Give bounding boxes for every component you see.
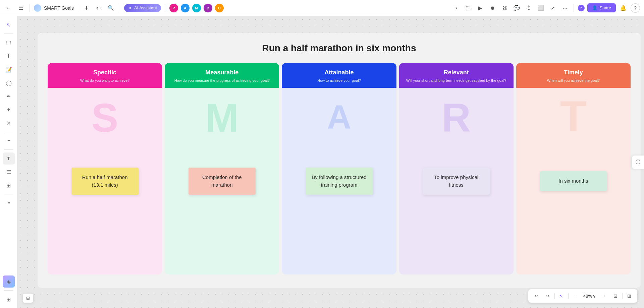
ai-assistant-button[interactable]: ✦ AI Assistant	[124, 4, 161, 12]
collab-avatar-3[interactable]: M	[192, 4, 201, 12]
divider-5	[574, 4, 574, 12]
bottom-left-button[interactable]: ⊞	[23, 294, 33, 303]
sticky-note-relevant[interactable]: To improve physical fitness	[423, 168, 490, 195]
sticky-note-specific[interactable]: Run a half marathon (13.1 miles)	[71, 168, 139, 195]
share-button[interactable]: 👤 Share	[587, 3, 616, 12]
share-icon: 👤	[592, 5, 597, 10]
app-logo	[34, 4, 41, 12]
column-relevant: Relevant Will your short and long-term n…	[399, 63, 514, 274]
board-title: Run a half marathon in six months	[48, 43, 631, 54]
tag-button[interactable]: 🏷	[94, 3, 104, 13]
export-button[interactable]: ⬜	[536, 3, 545, 13]
sidebar-icon-text[interactable]: T	[3, 50, 15, 62]
divider-2	[78, 4, 78, 12]
toolbar-left: ← ☰ SMART Goals ⬇ 🏷 🔍 ✦ AI Assistant P A…	[4, 3, 449, 13]
bg-letter-measurable: M	[205, 95, 239, 141]
more-button[interactable]: ⋯	[560, 3, 570, 13]
board-container: Run a half marathon in six months Specif…	[38, 33, 641, 288]
pointer-button[interactable]: ↖	[557, 291, 566, 301]
column-header-timely: Timely When will you achieve the goal?	[516, 63, 631, 88]
main-layout: ↖ ⬚ T 📝 ◯ ✒ ✦ ✕ ••• T ☰ ⊞ ••• ◈ ⊞ Run a …	[0, 16, 644, 308]
bottom-divider3	[622, 293, 623, 299]
divider-1	[30, 4, 30, 12]
download-button[interactable]: ⬇	[82, 3, 92, 13]
columns-container: Specific What do you want to achieve? S …	[48, 63, 631, 274]
column-title-relevant: Relevant	[405, 69, 508, 76]
user-badge[interactable]: b	[578, 5, 585, 11]
column-header-specific: Specific What do you want to achieve?	[48, 63, 162, 88]
column-subtitle-specific: What do you want to achieve?	[53, 78, 157, 83]
grid-icon: ⊞	[26, 296, 30, 301]
sidebar-icon-brush[interactable]: ✦	[3, 104, 15, 116]
bg-letter-relevant: R	[442, 95, 471, 141]
layout-button[interactable]: ⊞	[625, 291, 634, 301]
column-body-attainable: A By following a structured training pro…	[282, 88, 396, 274]
sidebar-icon-cursor[interactable]: ↖	[3, 19, 15, 31]
bg-letter-specific: S	[92, 95, 118, 141]
zoom-out-button[interactable]: −	[571, 291, 580, 301]
top-toolbar: ← ☰ SMART Goals ⬇ 🏷 🔍 ✦ AI Assistant P A…	[0, 0, 644, 16]
sidebar-icon-pen[interactable]: ✒	[3, 90, 15, 102]
column-title-attainable: Attainable	[287, 69, 391, 76]
sidebar-icon-more2[interactable]: •••	[3, 197, 15, 209]
record-button[interactable]: ⏺	[488, 3, 497, 13]
column-body-specific: S Run a half marathon (13.1 miles)	[48, 88, 162, 274]
column-header-attainable: Attainable How to achieve your goal?	[282, 63, 396, 88]
back-button[interactable]: ←	[4, 3, 13, 13]
sidebar-icon-shapes[interactable]: ◯	[3, 77, 15, 89]
sidebar-divider-1	[4, 34, 13, 34]
undo-button[interactable]: ↩	[532, 291, 541, 301]
help-button[interactable]: ?	[631, 3, 640, 13]
column-header-measurable: Measurable How do you measure the progre…	[165, 63, 279, 88]
sidebar-icon-template[interactable]: ◈	[3, 275, 15, 288]
column-title-measurable: Measurable	[170, 69, 274, 76]
search-button[interactable]: 🔍	[106, 3, 116, 13]
canvas-area[interactable]: Run a half marathon in six months Specif…	[17, 16, 644, 308]
bottom-divider	[554, 293, 555, 299]
sidebar-icon-list[interactable]: ☰	[3, 166, 15, 178]
sticky-note-attainable[interactable]: By following a structured training progr…	[306, 168, 373, 195]
menu-button[interactable]: ☰	[16, 3, 25, 13]
fit-button[interactable]: ⊡	[611, 291, 620, 301]
column-title-specific: Specific	[53, 69, 157, 76]
bg-letter-timely: T	[560, 91, 587, 141]
bg-letter-attainable: A	[327, 98, 351, 136]
info-icon[interactable]: ⓘ	[634, 158, 642, 166]
sidebar-icon-sticky[interactable]: 📝	[3, 63, 15, 75]
comment-button[interactable]: 💬	[512, 3, 521, 13]
collab-avatar-1[interactable]: P	[169, 4, 178, 12]
sidebar-icon-connector[interactable]: ✕	[3, 117, 15, 129]
sidebar-icon-bottom[interactable]: ⊞	[3, 293, 15, 305]
frame-button[interactable]: ⬚	[464, 3, 473, 13]
sidebar-icon-table[interactable]: ⊞	[3, 179, 15, 191]
column-subtitle-attainable: How to achieve your goal?	[287, 78, 391, 83]
bottom-toolbar: ↩ ↪ ↖ − 48% ∨ + ⊡ ⊞	[528, 289, 637, 303]
zoom-display[interactable]: 48% ∨	[582, 294, 597, 299]
sidebar-divider-5	[4, 290, 13, 291]
sticky-note-measurable[interactable]: Completion of the marathon	[189, 168, 256, 195]
sidebar-icon-more1[interactable]: •••	[3, 135, 15, 147]
sidebar-icon-text2[interactable]: T	[3, 152, 15, 165]
divider-3	[120, 4, 120, 12]
sticky-note-timely[interactable]: In six months	[540, 171, 607, 191]
redo-button[interactable]: ↪	[543, 291, 552, 301]
expand-button[interactable]: ›	[451, 3, 461, 13]
arrow-button[interactable]: ↗	[548, 3, 557, 13]
sidebar-icon-frame[interactable]: ⬚	[3, 37, 15, 49]
share-label: Share	[599, 5, 611, 10]
play-button[interactable]: ▶	[476, 3, 485, 13]
collab-avatar-4[interactable]: B	[204, 4, 212, 12]
bottom-divider2	[568, 293, 569, 299]
left-sidebar: ↖ ⬚ T 📝 ◯ ✒ ✦ ✕ ••• T ☰ ⊞ ••• ◈ ⊞	[0, 16, 17, 308]
column-specific: Specific What do you want to achieve? S …	[48, 63, 162, 274]
collab-avatar-5[interactable]: C	[215, 4, 224, 12]
column-timely: Timely When will you achieve the goal? T…	[516, 63, 631, 274]
divider-4	[165, 4, 165, 12]
bell-button[interactable]: 🔔	[619, 3, 628, 13]
share-network-button[interactable]: ⛓	[500, 3, 509, 13]
collab-avatar-2[interactable]: A	[181, 4, 190, 12]
zoom-in-button[interactable]: +	[599, 291, 609, 301]
timer-button[interactable]: ⏱	[524, 3, 533, 13]
column-subtitle-relevant: Will your short and long-term needs get …	[405, 78, 508, 83]
column-measurable: Measurable How do you measure the progre…	[165, 63, 279, 274]
